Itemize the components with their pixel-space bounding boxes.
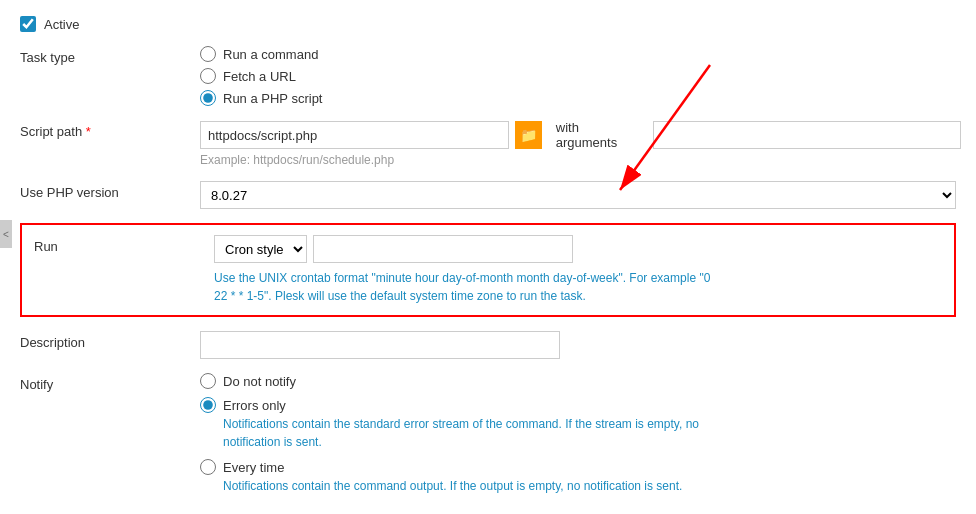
notify-every-time: Every time Notifications contain the com… xyxy=(200,459,956,495)
task-type-row: Task type Run a command Fetch a URL Run … xyxy=(20,46,956,106)
notify-every-time-row: Every time xyxy=(200,459,956,475)
notify-label: Notify xyxy=(20,373,200,392)
active-row: Active xyxy=(20,16,956,32)
run-inner: Run Cron style Minutely Hourly Daily Wee… xyxy=(34,235,942,305)
with-arguments-label: with arguments xyxy=(556,120,641,150)
folder-browse-button[interactable]: 📁 xyxy=(515,121,542,149)
notify-do-not-notify-label: Do not notify xyxy=(223,374,296,389)
notify-do-not-notify: Do not notify xyxy=(200,373,956,389)
active-checkbox[interactable] xyxy=(20,16,36,32)
php-version-select[interactable]: 8.0.27 7.4.33 8.1.18 8.2.5 xyxy=(200,181,956,209)
description-row: Description xyxy=(20,331,956,359)
task-type-fetch-url-radio[interactable] xyxy=(200,68,216,84)
task-type-fetch-url-label: Fetch a URL xyxy=(223,69,296,84)
script-path-input[interactable] xyxy=(200,121,509,149)
task-type-run-command-label: Run a command xyxy=(223,47,318,62)
notify-errors-only-radio[interactable] xyxy=(200,397,216,413)
script-path-example: Example: httpdocs/run/schedule.php xyxy=(200,153,961,167)
notify-errors-only-label: Errors only xyxy=(223,398,286,413)
notify-do-not-notify-row: Do not notify xyxy=(200,373,956,389)
active-label: Active xyxy=(44,17,79,32)
task-type-fetch-url: Fetch a URL xyxy=(200,68,956,84)
run-inputs: Cron style Minutely Hourly Daily Weekly … xyxy=(214,235,942,263)
notify-row: Notify Do not notify Errors only Notific… xyxy=(20,373,956,495)
run-style-select[interactable]: Cron style Minutely Hourly Daily Weekly … xyxy=(214,235,307,263)
notify-errors-only-row: Errors only xyxy=(200,397,956,413)
description-content xyxy=(200,331,956,359)
task-type-label: Task type xyxy=(20,46,200,65)
task-type-options: Run a command Fetch a URL Run a PHP scri… xyxy=(200,46,956,106)
task-type-run-command: Run a command xyxy=(200,46,956,62)
run-section: Run Cron style Minutely Hourly Daily Wee… xyxy=(20,223,956,317)
php-version-content: 8.0.27 7.4.33 8.1.18 8.2.5 xyxy=(200,181,956,209)
arguments-input[interactable] xyxy=(653,121,962,149)
description-label: Description xyxy=(20,331,200,350)
task-type-run-command-radio[interactable] xyxy=(200,46,216,62)
php-version-row: Use PHP version 8.0.27 7.4.33 8.1.18 8.2… xyxy=(20,181,956,209)
notify-every-time-radio[interactable] xyxy=(200,459,216,475)
description-input[interactable] xyxy=(200,331,560,359)
run-cron-input[interactable] xyxy=(313,235,573,263)
task-type-content: Run a command Fetch a URL Run a PHP scri… xyxy=(200,46,956,106)
notify-options: Do not notify Errors only Notifications … xyxy=(200,373,956,495)
notify-errors-only-desc: Notifications contain the standard error… xyxy=(223,415,743,451)
task-type-run-php: Run a PHP script xyxy=(200,90,956,106)
main-container: < Active Task type Run a command Fetch a… xyxy=(0,0,976,514)
notify-every-time-label: Every time xyxy=(223,460,284,475)
script-path-content: 📁 with arguments Example: httpdocs/run/s… xyxy=(200,120,961,167)
notify-every-time-desc: Notifications contain the command output… xyxy=(223,477,743,495)
notify-content: Do not notify Errors only Notifications … xyxy=(200,373,956,495)
sidebar-tab-icon: < xyxy=(3,229,9,240)
run-content: Cron style Minutely Hourly Daily Weekly … xyxy=(214,235,942,305)
run-label: Run xyxy=(34,235,214,254)
task-type-run-php-label: Run a PHP script xyxy=(223,91,322,106)
run-help-text: Use the UNIX crontab format "minute hour… xyxy=(214,269,714,305)
php-version-label: Use PHP version xyxy=(20,181,200,200)
required-marker: * xyxy=(82,124,91,139)
script-path-row: Script path * 📁 with arguments Example: … xyxy=(20,120,956,167)
task-type-run-php-radio[interactable] xyxy=(200,90,216,106)
sidebar-tab[interactable]: < xyxy=(0,220,12,248)
notify-errors-only: Errors only Notifications contain the st… xyxy=(200,397,956,451)
script-path-label: Script path * xyxy=(20,120,200,139)
script-path-input-row: 📁 with arguments xyxy=(200,120,961,150)
notify-do-not-notify-radio[interactable] xyxy=(200,373,216,389)
folder-icon: 📁 xyxy=(520,127,537,143)
